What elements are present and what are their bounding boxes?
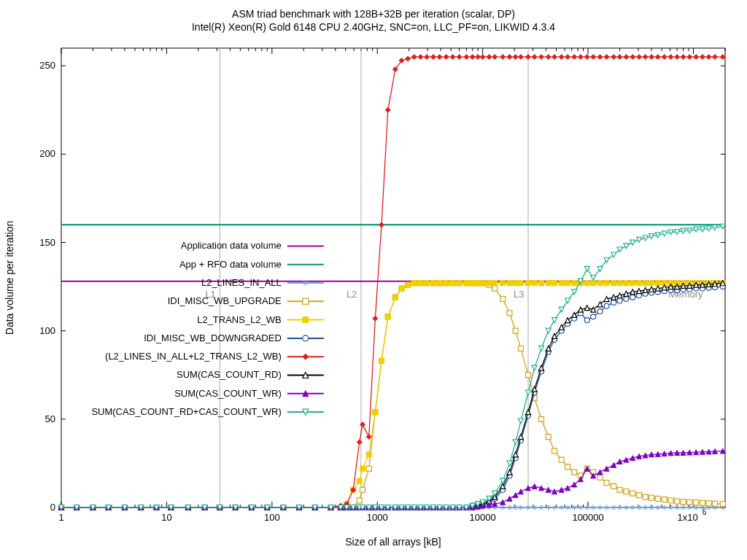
svg-rect-513 <box>675 499 680 504</box>
legend-label: L2_LINES_IN_ALL <box>201 277 282 288</box>
series-markers <box>59 281 726 510</box>
svg-rect-516 <box>694 500 699 505</box>
svg-rect-550 <box>406 282 411 287</box>
cache-label: L3 <box>514 289 524 300</box>
svg-rect-568 <box>518 281 523 286</box>
x-tick-label: 10 <box>161 512 171 523</box>
svg-rect-553 <box>425 281 430 286</box>
svg-point-662 <box>617 298 622 303</box>
svg-rect-511 <box>662 497 667 502</box>
svg-rect-572 <box>546 281 551 286</box>
svg-rect-547 <box>385 314 390 319</box>
svg-rect-560 <box>470 281 475 286</box>
svg-rect-520 <box>720 502 725 507</box>
y-tick-label: 50 <box>45 413 55 424</box>
legend-label: Application data volume <box>181 240 282 251</box>
x-tick-label: 1x106 <box>677 508 706 523</box>
svg-rect-583 <box>617 281 622 286</box>
svg-rect-510 <box>655 496 660 501</box>
svg-rect-576 <box>572 281 577 286</box>
svg-rect-588 <box>649 281 654 286</box>
svg-rect-554 <box>431 281 436 286</box>
svg-point-659 <box>597 309 603 314</box>
y-axis-label: Data volume per iteration <box>4 221 15 335</box>
svg-rect-490 <box>525 373 530 378</box>
svg-rect-465 <box>366 466 371 471</box>
y-tick-label: 150 <box>39 237 55 248</box>
svg-point-663 <box>624 297 629 302</box>
svg-rect-546 <box>379 358 384 363</box>
legend-label: IDI_MISC_WB_UPGRADE <box>168 295 282 306</box>
svg-rect-565 <box>500 281 506 286</box>
svg-rect-551 <box>411 281 417 286</box>
svg-rect-501 <box>597 475 603 480</box>
series-markers <box>59 448 726 510</box>
svg-rect-542 <box>357 478 362 483</box>
y-tick-label: 200 <box>39 148 55 159</box>
svg-rect-564 <box>492 281 498 286</box>
series-line <box>61 283 723 508</box>
svg-rect-507 <box>637 493 642 498</box>
svg-point-664 <box>630 295 635 300</box>
y-tick-label: 0 <box>50 502 55 513</box>
svg-rect-549 <box>399 286 404 291</box>
svg-rect-494 <box>552 448 557 454</box>
legend-label: L2_TRANS_L2_WB <box>197 314 282 325</box>
svg-rect-485 <box>492 286 498 291</box>
svg-point-658 <box>591 314 596 319</box>
series-line <box>61 283 723 508</box>
svg-rect-505 <box>624 489 629 494</box>
svg-rect-557 <box>450 281 455 286</box>
chart-title: ASM triad benchmark with 128B+32B per it… <box>232 8 515 20</box>
svg-rect-508 <box>643 494 648 499</box>
svg-rect-502 <box>604 481 609 486</box>
svg-rect-558 <box>457 281 462 286</box>
svg-rect-563 <box>487 281 492 286</box>
svg-rect-509 <box>649 495 654 500</box>
x-tick-label: 1 <box>58 512 63 523</box>
svg-rect-489 <box>518 346 523 351</box>
svg-rect-689 <box>303 317 309 323</box>
svg-rect-545 <box>373 410 378 415</box>
svg-rect-556 <box>444 281 449 286</box>
legend: Application data volumeApp + RFO data vo… <box>91 240 323 417</box>
x-tick-label: 100000 <box>572 512 603 523</box>
svg-rect-578 <box>584 281 589 286</box>
x-tick-label: 1000 <box>367 512 388 523</box>
legend-label: SUM(CAS_COUNT_RD) <box>177 369 282 380</box>
svg-rect-503 <box>611 483 616 489</box>
chart-subtitle: Intel(R) Xeon(R) Gold 6148 CPU 2.40GHz, … <box>192 21 555 33</box>
svg-rect-580 <box>597 281 603 286</box>
svg-rect-575 <box>565 281 570 286</box>
svg-rect-687 <box>303 298 309 304</box>
svg-rect-506 <box>630 491 635 496</box>
x-tick-label: 100 <box>264 512 280 523</box>
series-markers <box>59 281 726 510</box>
legend-label: SUM(CAS_COUNT_RD+CAS_COUNT_WR) <box>91 406 281 417</box>
series-line <box>61 283 723 508</box>
legend-label: SUM(CAS_COUNT_WR) <box>174 388 282 399</box>
svg-rect-496 <box>565 464 570 470</box>
svg-rect-488 <box>513 328 518 333</box>
x-axis-label: Size of all arrays [kB] <box>345 536 441 548</box>
series-markers <box>59 281 726 510</box>
series-markers <box>59 224 726 510</box>
svg-rect-585 <box>630 281 635 286</box>
svg-rect-492 <box>539 416 544 421</box>
svg-text:1x10: 1x10 <box>677 512 697 523</box>
legend-label: App + RFO data volume <box>179 259 282 270</box>
svg-rect-566 <box>507 281 512 286</box>
svg-rect-587 <box>643 281 648 286</box>
plot-frame <box>61 48 725 508</box>
series-markers <box>59 284 726 510</box>
svg-rect-463 <box>357 498 362 503</box>
svg-rect-493 <box>546 435 551 440</box>
svg-rect-586 <box>637 281 642 286</box>
svg-rect-584 <box>624 281 629 286</box>
svg-point-660 <box>604 303 609 308</box>
svg-rect-567 <box>513 281 518 286</box>
svg-rect-504 <box>617 487 622 492</box>
svg-text:6: 6 <box>703 508 707 516</box>
svg-rect-487 <box>507 311 512 316</box>
svg-rect-562 <box>480 281 485 286</box>
